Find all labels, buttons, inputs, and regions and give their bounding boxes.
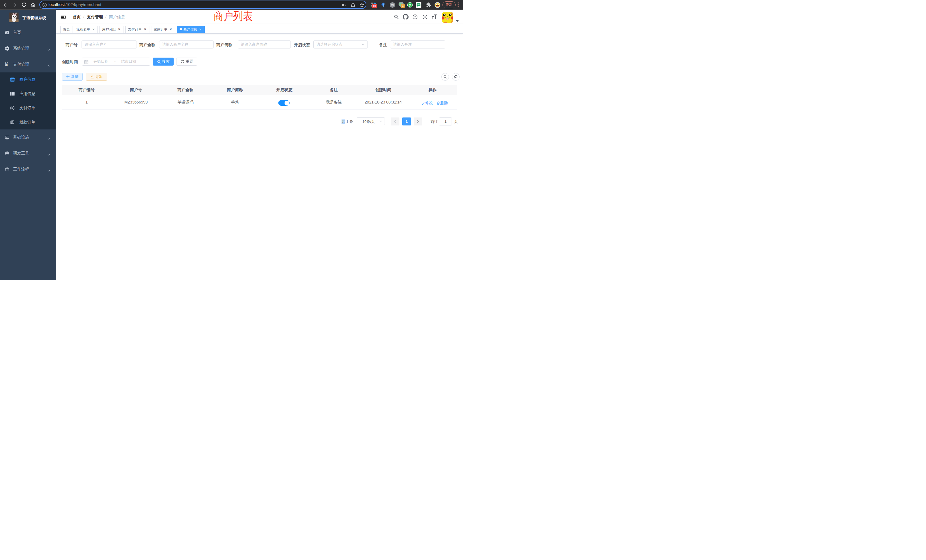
svg-text:y: y bbox=[409, 3, 411, 7]
svg-text:⌘: ⌘ bbox=[390, 3, 394, 7]
